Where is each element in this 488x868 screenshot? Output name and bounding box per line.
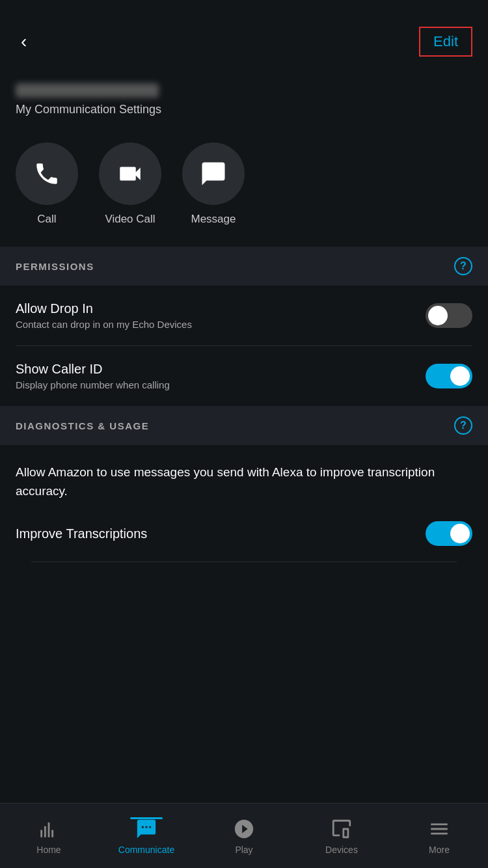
improve-transcriptions-toggle[interactable] xyxy=(426,521,472,546)
play-nav-icon xyxy=(232,817,256,841)
action-item-call: Call xyxy=(16,142,78,226)
show-caller-id-thumb xyxy=(450,366,470,386)
home-icon xyxy=(38,818,60,840)
video-call-button[interactable] xyxy=(99,142,161,205)
phone-icon xyxy=(33,160,61,187)
back-button[interactable]: ‹ xyxy=(16,26,32,57)
permissions-title: PERMISSIONS xyxy=(16,261,94,272)
profile-subtitle: My Communication Settings xyxy=(16,103,472,116)
active-indicator xyxy=(130,817,163,819)
message-label: Message xyxy=(191,213,236,226)
video-icon xyxy=(116,160,144,187)
nav-item-home[interactable]: Home xyxy=(0,817,98,855)
communicate-nav-icon xyxy=(135,817,158,841)
permissions-help-icon[interactable]: ? xyxy=(454,257,472,275)
permissions-section-header: PERMISSIONS ? xyxy=(0,247,488,286)
diagnostics-title: DIAGNOSTICS & USAGE xyxy=(16,420,149,431)
home-nav-label: Home xyxy=(36,845,61,855)
call-button[interactable] xyxy=(16,142,78,205)
nav-item-more[interactable]: More xyxy=(390,817,488,855)
show-caller-id-desc: Display phone number when calling xyxy=(16,379,410,390)
profile-section: My Communication Settings xyxy=(0,68,488,142)
more-nav-icon xyxy=(427,817,451,841)
action-row: Call Video Call Message xyxy=(0,142,488,247)
show-caller-id-text: Show Caller ID Display phone number when… xyxy=(16,362,426,390)
profile-name-blurred xyxy=(16,83,159,98)
nav-item-play[interactable]: Play xyxy=(195,817,293,855)
divider-2 xyxy=(31,562,457,562)
call-label: Call xyxy=(37,213,56,226)
action-item-message: Message xyxy=(182,142,245,226)
message-button[interactable] xyxy=(182,142,245,205)
allow-drop-in-desc: Contact can drop in on my Echo Devices xyxy=(16,319,410,330)
more-nav-label: More xyxy=(429,845,450,855)
play-nav-label: Play xyxy=(235,845,252,855)
allow-drop-in-thumb xyxy=(428,306,448,325)
nav-item-communicate[interactable]: Communicate xyxy=(98,817,195,855)
edit-button[interactable]: Edit xyxy=(419,27,472,57)
devices-nav-label: Devices xyxy=(325,845,358,855)
video-call-label: Video Call xyxy=(105,213,155,226)
diagnostics-section-header: DIAGNOSTICS & USAGE ? xyxy=(0,406,488,445)
header: ‹ Edit xyxy=(0,0,488,68)
improve-transcriptions-thumb xyxy=(450,524,470,543)
communicate-nav-label: Communicate xyxy=(118,845,174,855)
diagnostics-body: Allow Amazon to use messages you send wi… xyxy=(0,445,488,573)
allow-drop-in-row: Allow Drop In Contact can drop in on my … xyxy=(0,286,488,346)
devices-icon xyxy=(331,818,353,840)
diagnostics-description: Allow Amazon to use messages you send wi… xyxy=(16,463,472,500)
allow-drop-in-title: Allow Drop In xyxy=(16,301,410,316)
action-item-video-call: Video Call xyxy=(99,142,161,226)
more-icon xyxy=(428,818,450,840)
devices-nav-icon xyxy=(330,817,353,841)
diagnostics-help-icon[interactable]: ? xyxy=(454,416,472,435)
bottom-nav: Home Communicate Play Devices xyxy=(0,803,488,868)
communicate-icon xyxy=(135,818,157,840)
message-icon xyxy=(200,160,227,187)
home-nav-icon xyxy=(37,817,61,841)
show-caller-id-toggle[interactable] xyxy=(426,364,472,388)
improve-transcriptions-title: Improve Transcriptions xyxy=(16,526,147,541)
show-caller-id-row: Show Caller ID Display phone number when… xyxy=(0,346,488,406)
play-icon xyxy=(233,818,255,840)
nav-item-devices[interactable]: Devices xyxy=(293,817,390,855)
improve-transcriptions-row: Improve Transcriptions xyxy=(16,521,472,562)
show-caller-id-title: Show Caller ID xyxy=(16,362,410,377)
allow-drop-in-text: Allow Drop In Contact can drop in on my … xyxy=(16,301,426,330)
allow-drop-in-toggle[interactable] xyxy=(426,303,472,328)
